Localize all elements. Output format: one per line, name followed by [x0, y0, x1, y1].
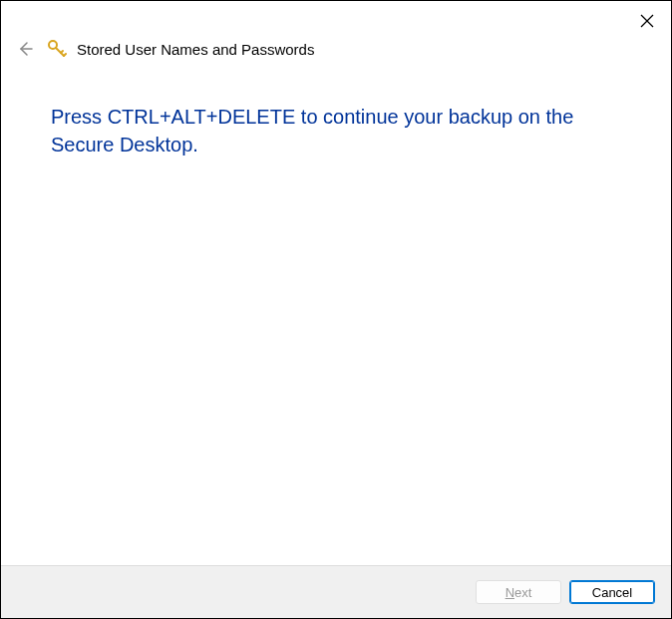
footer: Next Cancel — [1, 565, 671, 618]
cancel-button[interactable]: Cancel — [569, 580, 655, 604]
window-title: Stored User Names and Passwords — [77, 41, 314, 58]
cancel-label: Cancel — [592, 585, 632, 600]
instruction-text: Press CTRL+ALT+DELETE to continue your b… — [51, 103, 621, 158]
key-icon — [47, 39, 67, 59]
back-arrow-icon — [17, 41, 33, 57]
svg-line-6 — [64, 54, 66, 56]
close-icon — [640, 14, 654, 28]
dialog-window: Stored User Names and Passwords Press CT… — [0, 0, 672, 619]
close-button[interactable] — [637, 11, 657, 31]
back-button[interactable] — [15, 39, 35, 59]
content-area: Press CTRL+ALT+DELETE to continue your b… — [1, 71, 671, 565]
next-rest: ext — [514, 585, 531, 600]
next-button: Next — [476, 580, 561, 604]
header: Stored User Names and Passwords — [1, 33, 671, 71]
svg-line-5 — [61, 51, 63, 53]
title-group: Stored User Names and Passwords — [47, 39, 314, 59]
titlebar — [1, 1, 671, 33]
next-mnemonic: N — [505, 585, 514, 600]
